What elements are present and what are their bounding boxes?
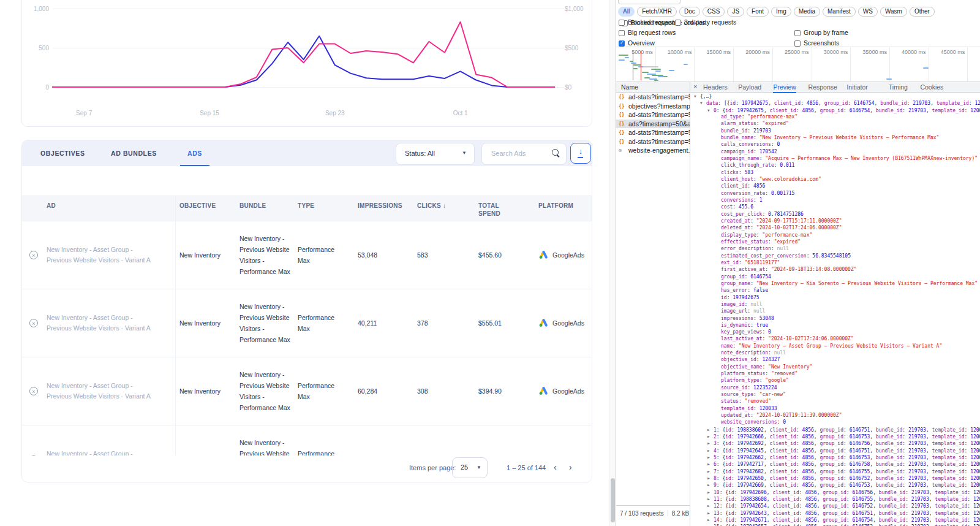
json-field-cost_per_click[interactable]: cost_per_click: 0.7814751286 xyxy=(690,211,980,218)
json-field-platform_type[interactable]: platform_type: "google" xyxy=(690,377,980,384)
json-field-calls_conversions[interactable]: calls_conversions: 0 xyxy=(690,141,980,148)
detail-tab-headers[interactable]: Headers xyxy=(703,82,728,92)
filter-pill-all[interactable]: All xyxy=(618,7,635,17)
scrollbar-thumb[interactable] xyxy=(611,478,615,522)
checkbox-icon[interactable] xyxy=(675,20,681,26)
detail-tab-preview[interactable]: Preview xyxy=(773,82,796,93)
search-ads-box[interactable] xyxy=(481,143,567,165)
column-header-ad[interactable]: AD xyxy=(47,196,56,210)
json-field-is_dynamic[interactable]: is_dynamic: true xyxy=(690,322,980,329)
json-field-note_description[interactable]: note_description: null xyxy=(690,349,980,356)
json-item-15[interactable]: ▶15: {id: 197942657, client_id: 4856, gr… xyxy=(690,523,980,526)
filter-pill-font[interactable]: Font xyxy=(747,7,769,17)
download-button[interactable]: ↓ xyxy=(570,143,591,164)
close-icon[interactable]: × xyxy=(693,83,697,90)
request-row[interactable]: {}ad-stats?timestamp=5… xyxy=(616,137,690,147)
request-row[interactable]: {}ad-stats?timestamp=5… xyxy=(616,93,690,102)
json-field-error_description[interactable]: error_description: null xyxy=(690,245,980,252)
json-field-name[interactable]: name: "New Inventory – Asset Group – Pre… xyxy=(690,343,980,349)
json-item-6[interactable]: ▶6: {id: 197942717, client_id: 4856, gro… xyxy=(690,460,980,467)
json-item-5[interactable]: ▶5: {id: 197942662, client_id: 4856, gro… xyxy=(690,454,980,460)
tab-ads[interactable]: ADS xyxy=(187,140,202,166)
column-header-type[interactable]: TYPE xyxy=(298,196,314,210)
json-item-10[interactable]: ▶10: {id: 197942696, client_id: 4856, gr… xyxy=(690,489,980,495)
json-field-updated_at[interactable]: updated_at: "2024-10-02T19:11:39.000000Z… xyxy=(690,412,980,419)
json-item-1[interactable]: ▶1: {id: 198838602, client_id: 4856, gro… xyxy=(690,426,980,433)
filter-input-partial[interactable] xyxy=(618,0,680,4)
page-scrollbar[interactable] xyxy=(609,0,616,526)
json-field-ad_type[interactable]: ad_type: "performance-max" xyxy=(690,113,980,120)
json-field-group_id[interactable]: group_id: 6146754 xyxy=(690,273,980,280)
json-field-conversion_rate[interactable]: conversion_rate: 0.001715 xyxy=(690,190,980,197)
json-field-client_host[interactable]: client_host: "www.coloradokia.com" xyxy=(690,176,980,183)
json-field-bundle_id[interactable]: bundle_id: 219703 xyxy=(690,128,980,134)
json-field-objective_id[interactable]: objective_id: 124327 xyxy=(690,356,980,363)
json-preview-pane[interactable]: ▼{,…}▼data: [{id: 197942675, client_id: … xyxy=(690,93,980,526)
filter-pill-fetch-xhr[interactable]: Fetch/XHR xyxy=(637,7,677,17)
checkbox-checked-icon[interactable] xyxy=(619,40,625,47)
json-field-click_through_rate[interactable]: click_through_rate: 0.011 xyxy=(690,162,980,169)
checkbox-icon[interactable] xyxy=(794,30,801,36)
json-data-array[interactable]: ▼data: [{id: 197942675, client_id: 4856,… xyxy=(690,99,980,106)
filter-pill-img[interactable]: Img xyxy=(771,7,791,17)
request-row[interactable]: {}ads?timestamp=50&a… xyxy=(616,120,690,129)
network-overview-timeline[interactable]: 5000 ms10000 ms15000 ms20000 ms25000 ms3… xyxy=(616,47,980,82)
json-field-effective_status[interactable]: effective_status: "expired" xyxy=(690,238,980,245)
json-field-impressions[interactable]: impressions: 53048 xyxy=(690,315,980,322)
tab-ad-bundles[interactable]: AD BUNDLES xyxy=(111,140,157,166)
detail-tab-payload[interactable]: Payload xyxy=(738,82,761,92)
json-field-group_name[interactable]: group_name: "New Inventory – Kia Sorento… xyxy=(690,280,980,287)
json-item-11[interactable]: ▶11: {id: 198838608, client_id: 4856, gr… xyxy=(690,495,980,502)
status-filter-dropdown[interactable]: Status: All ▼ xyxy=(396,143,475,165)
json-field-first_active_at[interactable]: first_active_at: "2024-09-18T13:14:08.00… xyxy=(690,266,980,273)
json-item-14[interactable]: ▶14: {id: 197942671, client_id: 4856, gr… xyxy=(690,516,980,523)
json-field-image_id[interactable]: image_id: null xyxy=(690,301,980,308)
json-field-has_error[interactable]: has_error: false xyxy=(690,287,980,294)
filter-pill-js[interactable]: JS xyxy=(727,7,744,17)
json-field-id[interactable]: id: 197942675 xyxy=(690,294,980,301)
json-item-0[interactable]: ▼0: {id: 197942675, client_id: 4856, gro… xyxy=(690,107,980,113)
column-header-bundle[interactable]: BUNDLE xyxy=(239,196,266,210)
json-root[interactable]: ▼{,…} xyxy=(690,93,980,99)
checkbox-icon[interactable] xyxy=(794,40,801,47)
json-field-ext_id[interactable]: ext_id: "6518119177" xyxy=(690,259,980,266)
json-field-image_url[interactable]: image_url: null xyxy=(690,308,980,314)
json-field-key_page_views[interactable]: key_page_views: 0 xyxy=(690,329,980,335)
detail-tab-initiator[interactable]: Initiator xyxy=(846,82,867,92)
json-field-alarm_status[interactable]: alarm_status: "expired" xyxy=(690,120,980,127)
column-header-objective[interactable]: OBJECTIVE xyxy=(179,196,216,210)
json-item-2[interactable]: ▶2: {id: 197942666, client_id: 4856, gro… xyxy=(690,433,980,440)
json-field-source_type[interactable]: source_type: "car-new" xyxy=(690,391,980,398)
checkbox-icon[interactable] xyxy=(619,30,625,36)
request-row[interactable]: {}objectives?timestamp… xyxy=(616,102,690,111)
blocked-requests-checkbox[interactable]: Blocked requests xyxy=(619,16,677,27)
detail-tab-response[interactable]: Response xyxy=(809,82,837,92)
json-field-objective_name[interactable]: objective_name: "New Inventory" xyxy=(690,364,980,370)
json-field-client_id[interactable]: client_id: 4856 xyxy=(690,183,980,189)
json-field-clicks[interactable]: clicks: 583 xyxy=(690,169,980,176)
json-field-website_conversions[interactable]: website_conversions: 0 xyxy=(690,419,980,425)
json-field-source_id[interactable]: source_id: 12235224 xyxy=(690,384,980,391)
json-item-13[interactable]: ▶13: {id: 197942643, client_id: 4856, gr… xyxy=(690,509,980,516)
next-page-button[interactable]: › xyxy=(569,462,572,472)
checkbox-icon[interactable] xyxy=(619,20,625,26)
request-row[interactable]: ⊙website-engagement.… xyxy=(616,146,690,155)
page-size-select[interactable]: 25 ▼ xyxy=(452,457,488,478)
json-field-conversions[interactable]: conversions: 1 xyxy=(690,197,980,204)
column-header-clicks[interactable]: CLICKS ↓ xyxy=(417,196,446,210)
json-field-status[interactable]: status: "removed" xyxy=(690,398,980,405)
json-field-display_type[interactable]: display_type: "performance-max" xyxy=(690,232,980,238)
filter-pill-manifest[interactable]: Manifest xyxy=(823,7,856,17)
json-item-8[interactable]: ▶8: {id: 197942650, client_id: 4856, gro… xyxy=(690,475,980,481)
filter-pill-ws[interactable]: WS xyxy=(858,7,878,17)
tab-objectives[interactable]: OBJECTIVES xyxy=(40,140,85,166)
filter-pill-media[interactable]: Media xyxy=(794,7,820,17)
request-row[interactable]: {}ad-stats?timestamp=5… xyxy=(616,128,690,137)
json-item-9[interactable]: ▶9: {id: 197942669, client_id: 4856, gro… xyxy=(690,481,980,488)
group-by-frame-checkbox[interactable]: Group by frame xyxy=(794,26,848,37)
json-field-template_id[interactable]: template_id: 120033 xyxy=(690,405,980,412)
previous-page-button[interactable]: ‹ xyxy=(554,462,557,472)
table-row[interactable]: ×New Inventory - Asset Group - Previous … xyxy=(22,221,592,289)
detail-tab-timing[interactable]: Timing xyxy=(889,82,908,92)
json-field-campaign_name[interactable]: campaign_name: "Acquire – Performance Ma… xyxy=(690,155,980,162)
